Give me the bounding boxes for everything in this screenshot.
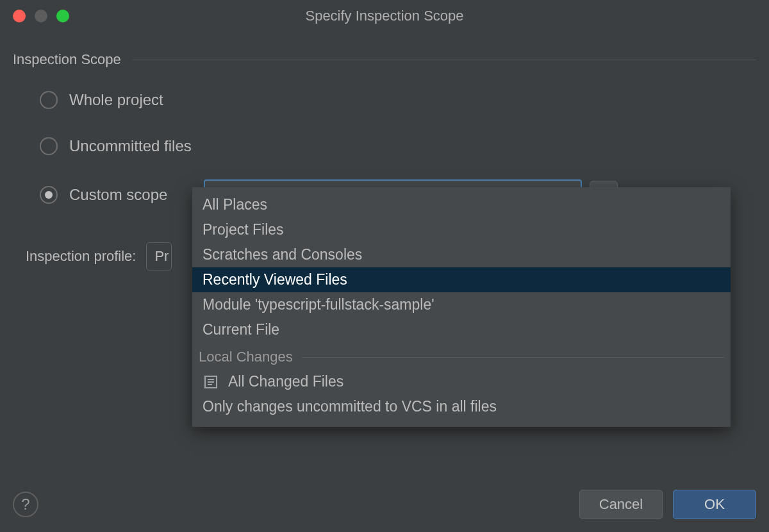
dropdown-item-label: Scratches and Consoles bbox=[203, 246, 362, 263]
dropdown-item-label: Module 'typescript-fullstack-sample' bbox=[203, 296, 434, 313]
changelist-icon bbox=[203, 374, 219, 390]
cancel-button-label: Cancel bbox=[599, 496, 643, 513]
dropdown-item-project-files[interactable]: Project Files bbox=[192, 217, 731, 242]
close-window-button[interactable] bbox=[13, 10, 26, 22]
radio-label-whole-project: Whole project bbox=[69, 91, 163, 109]
inspection-scope-group-title: Inspection Scope bbox=[13, 51, 121, 68]
dropdown-item-current-file[interactable]: Current File bbox=[192, 317, 731, 342]
inspection-profile-combobox[interactable]: Pr bbox=[146, 242, 172, 270]
zoom-window-button[interactable] bbox=[56, 10, 69, 22]
dropdown-item-recently-viewed-files[interactable]: Recently Viewed Files bbox=[192, 267, 731, 292]
inspection-profile-label: Inspection profile: bbox=[26, 248, 136, 265]
ok-button-label: OK bbox=[704, 496, 725, 513]
dropdown-section-header: Local Changes bbox=[192, 342, 731, 369]
radio-label-uncommitted-files: Uncommitted files bbox=[69, 137, 192, 155]
minimize-window-button[interactable] bbox=[35, 10, 47, 22]
radio-row-whole-project[interactable]: Whole project bbox=[40, 87, 756, 113]
radio-icon bbox=[40, 91, 58, 109]
inspection-scope-group-header: Inspection Scope bbox=[13, 51, 756, 68]
dropdown-item-label: Current File bbox=[203, 321, 279, 338]
dropdown-item-label: Only changes uncommitted to VCS in all f… bbox=[203, 398, 497, 415]
help-button[interactable]: ? bbox=[13, 492, 38, 517]
dialog-footer: ? Cancel OK bbox=[13, 490, 756, 519]
cancel-button[interactable]: Cancel bbox=[579, 490, 663, 519]
dialog-title: Specify Inspection Scope bbox=[0, 8, 769, 24]
dropdown-item-scratches-consoles[interactable]: Scratches and Consoles bbox=[192, 242, 731, 267]
radio-label-custom-scope[interactable]: Custom scope bbox=[69, 186, 204, 204]
radio-row-uncommitted-files[interactable]: Uncommitted files bbox=[40, 133, 756, 159]
dropdown-item-label: All Places bbox=[203, 196, 267, 213]
titlebar: Specify Inspection Scope bbox=[0, 0, 769, 32]
help-icon: ? bbox=[21, 495, 29, 513]
separator-line bbox=[302, 357, 724, 358]
dropdown-item-all-places[interactable]: All Places bbox=[192, 192, 731, 217]
footer-buttons: Cancel OK bbox=[579, 490, 756, 519]
radio-icon bbox=[40, 137, 58, 155]
dropdown-section-label: Local Changes bbox=[199, 349, 293, 365]
dropdown-item-all-changed-files[interactable]: All Changed Files bbox=[192, 369, 731, 394]
custom-scope-dropdown: All Places Project Files Scratches and C… bbox=[192, 187, 731, 427]
radio-icon-selected[interactable] bbox=[40, 186, 58, 204]
dropdown-item-label: Project Files bbox=[203, 221, 284, 238]
dropdown-item-label: All Changed Files bbox=[228, 373, 343, 390]
window-controls bbox=[13, 10, 69, 22]
dropdown-item-module[interactable]: Module 'typescript-fullstack-sample' bbox=[192, 292, 731, 317]
dropdown-item-label: Recently Viewed Files bbox=[203, 271, 347, 288]
ok-button[interactable]: OK bbox=[673, 490, 756, 519]
dropdown-item-uncommitted-vcs[interactable]: Only changes uncommitted to VCS in all f… bbox=[192, 394, 731, 419]
separator-line bbox=[133, 60, 756, 60]
inspection-profile-value: Pr bbox=[154, 248, 169, 265]
